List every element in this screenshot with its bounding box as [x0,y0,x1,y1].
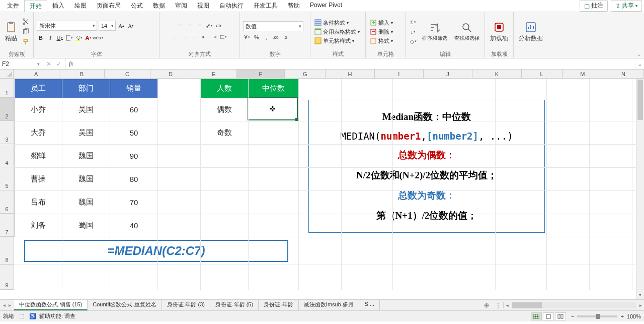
align-bottom-button[interactable]: ≡ [196,22,204,30]
vertical-scrollbar[interactable]: ▴ ▾ [636,79,644,299]
cut-button[interactable] [21,17,30,26]
menu-开始[interactable]: 开始 [24,0,47,12]
horizontal-scrollbar[interactable]: ◂ ▸ [503,302,644,308]
sort-filter-button[interactable]: 排序和筛选 [420,21,449,43]
border-button[interactable] [65,34,73,42]
sheet-tab-2[interactable]: 身份证-年龄 (3) [162,300,210,310]
col-header-N[interactable]: N [603,70,644,78]
menu-Power Pivot[interactable]: Power Pivot [305,0,347,12]
align-center-button[interactable]: ≡ [181,33,189,41]
col-header-A[interactable]: A [14,70,59,78]
fill-color-button[interactable] [75,34,83,42]
autosum-button[interactable]: Σ [409,18,417,26]
comments-button[interactable]: ▢批注 [580,0,608,12]
format-cells-button[interactable]: 格式▾ [369,37,394,45]
menu-插入[interactable]: 插入 [47,0,69,12]
zoom-slider[interactable] [577,315,617,317]
paste-button[interactable]: 粘贴 [3,20,19,44]
fill-button[interactable]: ↓ [409,28,417,36]
increase-decimal-button[interactable]: .00 [272,33,280,41]
col-header-I[interactable]: I [375,70,424,78]
menu-页面布局[interactable]: 页面布局 [92,0,126,12]
col-header-J[interactable]: J [424,70,472,78]
conditional-format-button[interactable]: 条件格式▾ [313,19,361,27]
insert-cells-button[interactable]: 插入▾ [369,19,394,27]
row-header-6[interactable]: 6 [0,190,14,214]
font-size-select[interactable]: 14 [99,21,116,31]
merge-button[interactable] [219,33,227,41]
underline-button[interactable]: U [56,34,64,42]
find-select-button[interactable]: 查找和选择 [452,21,481,43]
col-header-K[interactable]: K [472,70,521,78]
addins-button[interactable]: 加载项 [488,20,510,44]
clear-button[interactable]: ◇ [409,37,417,45]
select-all-corner[interactable] [0,70,14,78]
row-header-8[interactable]: 8 [0,237,14,265]
hscroll-thumb[interactable] [512,302,542,308]
hscroll-left[interactable]: ◂ [504,303,511,308]
row-header-2[interactable]: 2 [0,98,14,121]
align-left-button[interactable]: ≡ [172,33,180,41]
cell-styles-button[interactable]: 单元格样式▾ [313,37,361,45]
share-button[interactable]: ⇪共享▾ [611,0,642,12]
format-table-button[interactable]: 套用表格格式▾ [313,28,361,36]
row-header-1[interactable]: 1 [0,79,14,98]
col-header-H[interactable]: H [326,70,374,78]
hscroll-right[interactable]: ▸ [637,303,644,308]
delete-cells-button[interactable]: 删除▾ [369,28,394,36]
sheet-tab-6[interactable]: S ... [359,300,380,310]
menu-帮助[interactable]: 帮助 [283,0,305,12]
fx-button[interactable]: fx [66,60,76,68]
font-color-button[interactable]: A [85,34,93,42]
indent-inc-button[interactable]: ⇥ [210,33,218,41]
number-format-select[interactable]: 数值 [243,21,303,31]
menu-文件[interactable]: 文件 [2,0,24,12]
normal-view-button[interactable] [531,312,542,320]
menu-公式[interactable]: 公式 [126,0,148,12]
menu-视图[interactable]: 视图 [192,0,214,12]
add-sheet-button[interactable]: ⊕ [480,302,493,309]
increase-font-button[interactable]: A▴ [117,22,125,30]
align-right-button[interactable]: ≡ [191,33,199,41]
zoom-level[interactable]: 100% [627,313,641,319]
sheet-tab-1[interactable]: Countif函数公式-重复姓名 [88,300,162,310]
scrollbar-thumb[interactable] [637,80,643,120]
formula-input[interactable] [76,58,635,69]
menu-自动执行[interactable]: 自动执行 [214,0,249,12]
sheet-tab-4[interactable]: 身份证-年龄 [259,300,299,310]
comma-button[interactable]: , [262,33,270,41]
sheet-tab-5[interactable]: 减法函数Imsub-多月 [299,300,360,310]
col-header-F[interactable]: F [237,70,285,78]
row-header-7[interactable]: 7 [0,214,14,237]
phonetic-button[interactable]: wén [94,34,102,42]
name-box[interactable]: F2 [0,58,42,69]
zoom-out-button[interactable]: − [571,313,574,319]
format-painter-button[interactable] [21,37,30,46]
tab-nav-next[interactable]: ▸ [9,302,11,308]
decrease-font-button[interactable]: A▾ [127,22,135,30]
sheet-tab-3[interactable]: 身份证-年龄 (5) [210,300,259,310]
orientation-button[interactable]: ⤢ [205,22,213,30]
scroll-down-button[interactable]: ▾ [636,292,644,299]
row-header-9[interactable]: 9 [0,265,14,290]
menu-开发工具[interactable]: 开发工具 [249,0,283,12]
percent-button[interactable]: % [253,33,261,41]
cancel-formula-button[interactable]: ✕ [46,60,51,68]
align-middle-button[interactable]: ≡ [186,22,194,30]
copy-button[interactable] [21,27,30,36]
col-header-B[interactable]: B [59,70,105,78]
row-header-3[interactable]: 3 [0,121,14,144]
ribbon-collapse-button[interactable]: ⌄ [634,12,644,58]
col-header-G[interactable]: G [285,70,326,78]
tab-nav-prev[interactable]: ◂ [3,302,6,308]
page-layout-view-button[interactable] [543,312,554,320]
menu-审阅[interactable]: 审阅 [170,0,192,12]
analyze-data-button[interactable]: 分析数据 [517,20,545,44]
align-top-button[interactable]: ≡ [177,22,185,30]
spreadsheet-grid[interactable]: ABCDEFGHIJKLMN 123456789 员工部门销量小乔吴国60大乔吴… [0,70,644,299]
col-header-D[interactable]: D [150,70,191,78]
indent-dec-button[interactable]: ⇤ [200,33,208,41]
col-header-L[interactable]: L [522,70,562,78]
zoom-in-button[interactable]: + [620,313,623,319]
font-name-select[interactable]: 新宋体 [37,21,97,31]
